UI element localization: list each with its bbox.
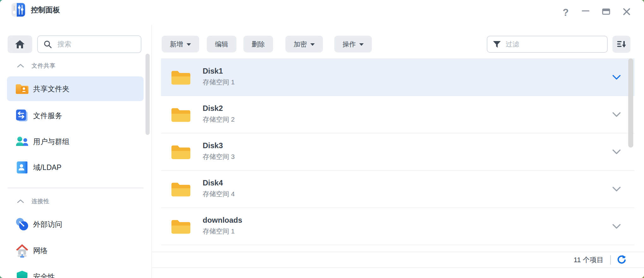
folder-name: downloads <box>203 215 242 224</box>
desktop-background: 控制面板 ? <box>0 0 644 278</box>
sidebar-item-shared-folder[interactable]: 共享文件夹 <box>0 76 152 101</box>
folder-location: 存储空间 3 <box>203 152 235 161</box>
folder-row-downloads[interactable]: downloads 存储空间 1 <box>161 208 635 245</box>
sidebar-item-label: 网络 <box>33 238 48 263</box>
chevron-down-icon[interactable] <box>612 75 621 80</box>
caret-down-icon <box>187 43 191 46</box>
caret-down-icon <box>359 43 364 46</box>
status-divider <box>610 255 611 265</box>
shared-folder-icon <box>15 82 29 96</box>
action-button[interactable]: 操作 <box>334 36 372 52</box>
folder-name: Disk2 <box>203 104 235 112</box>
chevron-down-icon[interactable] <box>612 149 621 154</box>
home-icon <box>15 39 25 49</box>
sidebar-item-file-services[interactable]: 文件服务 <box>0 103 152 128</box>
sidebar-item-user-group[interactable]: 用户与群组 <box>0 129 152 154</box>
folder-icon <box>170 217 191 235</box>
folder-icon <box>170 180 191 198</box>
folder-location: 存储空间 2 <box>203 115 235 124</box>
filter-input[interactable] <box>487 36 608 53</box>
main-content: 新增 编辑 删除 加密 操作 <box>152 25 644 278</box>
page-title: 控制面板 <box>31 0 60 25</box>
network-icon <box>15 244 29 257</box>
chevron-down-icon[interactable] <box>612 112 621 117</box>
folder-name: Disk3 <box>203 141 235 150</box>
section-label: 连接性 <box>32 197 50 205</box>
control-panel-window: 控制面板 ? <box>0 0 644 278</box>
folder-row-disk3[interactable]: Disk3 存储空间 3 <box>161 133 635 171</box>
maximize-button[interactable] <box>599 0 613 25</box>
chevron-up-icon <box>17 64 24 68</box>
folder-text: Disk4 存储空间 4 <box>203 178 235 198</box>
delete-button-label: 删除 <box>252 40 265 49</box>
sidebar-item-label: 外部访问 <box>33 212 62 237</box>
folder-location: 存储空间 1 <box>203 77 235 86</box>
folder-text: Disk1 存储空间 1 <box>203 66 235 86</box>
section-header-connectivity[interactable]: 连接性 <box>0 196 145 206</box>
shared-folder-list: Disk1 存储空间 1 Disk2 存储空间 2 <box>161 58 635 245</box>
delete-button[interactable]: 删除 <box>243 36 273 52</box>
section-label: 文件共享 <box>32 62 56 70</box>
folder-name: Disk4 <box>203 178 235 187</box>
external-access-icon <box>15 217 29 231</box>
add-button[interactable]: 新增 <box>162 36 199 52</box>
titlebar: 控制面板 ? <box>0 0 644 25</box>
close-icon <box>623 8 630 15</box>
folder-text: downloads 存储空间 1 <box>203 215 242 235</box>
caret-down-icon <box>310 43 315 46</box>
folder-location: 存储空间 4 <box>203 189 235 198</box>
sidebar-item-label: 安全性 <box>33 264 55 278</box>
filter-box <box>487 36 608 53</box>
folder-name: Disk1 <box>203 66 235 75</box>
minimize-button[interactable] <box>579 0 593 25</box>
encrypt-button-label: 加密 <box>294 40 307 49</box>
section-header-file-sharing[interactable]: 文件共享 <box>0 61 145 71</box>
refresh-button[interactable] <box>616 255 627 265</box>
refresh-icon <box>616 255 627 265</box>
edit-button-label: 编辑 <box>215 40 228 49</box>
sidebar-section-divider <box>8 188 144 188</box>
sidebar-item-label: 共享文件夹 <box>33 76 69 101</box>
status-bar: 11 个项目 <box>152 252 644 268</box>
chevron-down-icon[interactable] <box>612 187 621 192</box>
folder-icon <box>170 143 191 160</box>
close-button[interactable] <box>620 0 634 25</box>
sidebar-item-security-partial[interactable]: 安全性 <box>0 264 152 278</box>
folder-text: Disk3 存储空间 3 <box>203 141 235 161</box>
sidebar-item-label: 域/LDAP <box>33 155 61 180</box>
folder-icon <box>170 106 191 123</box>
encrypt-button[interactable]: 加密 <box>285 36 323 52</box>
list-scrollbar[interactable] <box>628 58 633 148</box>
add-button-label: 新增 <box>170 40 183 49</box>
domain-ldap-icon <box>15 160 29 174</box>
maximize-icon <box>602 8 610 15</box>
action-button-label: 操作 <box>343 40 356 49</box>
control-panel-app-icon <box>11 3 25 17</box>
file-services-icon <box>15 109 29 123</box>
folder-location: 存储空间 1 <box>203 227 242 235</box>
search-input[interactable] <box>37 35 141 53</box>
chevron-down-icon[interactable] <box>612 224 621 229</box>
sidebar: 文件共享 共享文件夹 <box>0 25 152 278</box>
sidebar-item-label: 文件服务 <box>33 103 62 128</box>
sidebar-item-network[interactable]: 网络 <box>0 238 152 263</box>
minimize-icon <box>582 10 589 12</box>
home-button[interactable] <box>8 35 32 53</box>
chevron-up-icon <box>17 199 24 203</box>
security-icon <box>15 270 29 278</box>
edit-button[interactable]: 编辑 <box>207 36 236 52</box>
item-count-label: 11 个项目 <box>574 255 604 265</box>
sidebar-item-label: 用户与群组 <box>33 129 69 154</box>
user-group-icon <box>15 135 29 148</box>
folder-text: Disk2 存储空间 2 <box>203 104 235 124</box>
folder-icon <box>170 68 191 86</box>
sidebar-item-domain-ldap[interactable]: 域/LDAP <box>0 155 152 180</box>
folder-row-disk1[interactable]: Disk1 存储空间 1 <box>161 59 635 96</box>
sort-descending-icon <box>617 39 626 49</box>
sort-button[interactable] <box>612 36 630 53</box>
folder-row-disk2[interactable]: Disk2 存储空间 2 <box>161 96 635 133</box>
search-box <box>37 35 141 53</box>
folder-row-disk4[interactable]: Disk4 存储空间 4 <box>161 171 635 208</box>
sidebar-item-external-access[interactable]: 外部访问 <box>0 212 152 237</box>
